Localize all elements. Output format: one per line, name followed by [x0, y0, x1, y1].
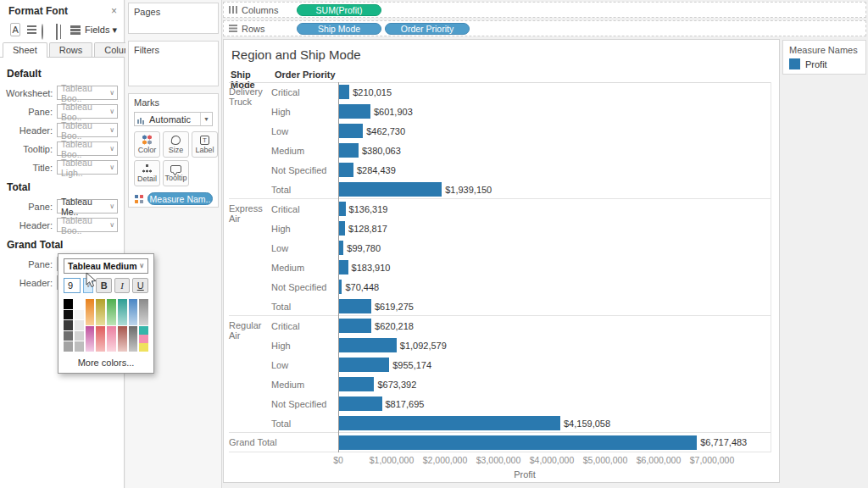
color-swatch[interactable] [86, 299, 95, 325]
close-icon[interactable]: × [111, 5, 117, 17]
color-swatch[interactable] [129, 326, 138, 352]
profit-bar[interactable] [338, 163, 353, 177]
color-swatch[interactable] [118, 326, 127, 352]
color-swatch[interactable] [64, 299, 73, 309]
grand-total-bar[interactable] [338, 435, 697, 450]
grand-total-label[interactable]: Grand Total [229, 437, 338, 447]
order-priority-label[interactable]: High [271, 341, 338, 351]
italic-button[interactable]: I [114, 278, 131, 293]
shading-icon[interactable] [42, 24, 43, 40]
color-swatch[interactable] [118, 299, 127, 325]
order-priority-label[interactable]: Low [271, 360, 338, 370]
font-family-select[interactable]: Tableau Medium ∨ [64, 258, 148, 274]
alignment-icon[interactable] [27, 25, 35, 35]
color-swatch[interactable] [75, 331, 84, 341]
underline-button[interactable]: U [132, 278, 148, 293]
font-format-button[interactable]: A [10, 23, 20, 36]
order-priority-label[interactable]: Medium [271, 263, 338, 273]
order-priority-label[interactable]: High [271, 224, 338, 234]
profit-bar[interactable] [338, 396, 382, 411]
color-swatch[interactable] [75, 299, 84, 309]
rows-pill[interactable]: Order Priority [385, 23, 470, 35]
fields-dropdown[interactable]: Fields ▾ [85, 25, 117, 36]
font-select[interactable]: Tableau Boo..∨ [57, 218, 118, 232]
color-swatch[interactable] [86, 326, 95, 352]
order-priority-label[interactable]: Low [271, 243, 338, 253]
order-priority-label[interactable]: Critical [271, 204, 338, 214]
rows-pill[interactable]: Ship Mode [297, 23, 381, 35]
color-swatch[interactable] [129, 299, 138, 325]
more-colors-link[interactable]: More colors... [64, 358, 148, 368]
profit-bar[interactable] [338, 104, 370, 119]
filters-shelf[interactable]: Filters [128, 41, 219, 86]
order-priority-label[interactable]: Total [271, 302, 338, 312]
color-swatch[interactable] [75, 341, 84, 352]
order-priority-label[interactable]: Medium [271, 146, 338, 156]
marks-button-detail[interactable]: Detail [134, 160, 160, 186]
color-swatch[interactable] [64, 310, 73, 320]
lines-icon[interactable] [70, 25, 78, 35]
bold-button[interactable]: B [96, 278, 112, 293]
color-swatch[interactable] [139, 299, 148, 325]
borders-icon[interactable] [56, 24, 58, 40]
tab-sheet[interactable]: Sheet [3, 42, 47, 58]
order-priority-label[interactable]: Not Specified [271, 399, 338, 409]
columns-pill[interactable]: SUM(Profit) [297, 4, 381, 16]
chevron-down-icon[interactable]: ▼ [200, 113, 212, 125]
color-swatch[interactable] [64, 331, 73, 341]
ship-mode-label[interactable]: Delivery Truck [229, 82, 271, 198]
font-size-input[interactable]: 9 [64, 278, 81, 293]
color-swatch[interactable] [139, 326, 148, 352]
color-swatch[interactable] [64, 320, 73, 330]
color-swatch[interactable] [64, 341, 73, 352]
font-select[interactable]: Tableau Boo..∨ [57, 86, 118, 100]
color-swatch[interactable] [96, 326, 105, 352]
profit-bar[interactable] [338, 124, 363, 138]
columns-shelf[interactable]: Columns SUM(Profit) [223, 2, 866, 18]
profit-bar[interactable] [338, 182, 442, 197]
order-priority-label[interactable]: Critical [271, 321, 338, 331]
profit-bar[interactable] [338, 85, 349, 99]
marks-button-tooltip[interactable]: Tooltip [163, 160, 189, 186]
order-priority-label[interactable]: Not Specified [271, 282, 338, 292]
order-priority-label[interactable]: Total [271, 419, 338, 429]
profit-bar[interactable] [338, 377, 374, 391]
profit-bar[interactable] [338, 358, 389, 372]
font-select[interactable]: Tableau Me..∨ [57, 199, 118, 214]
order-priority-label[interactable]: Critical [271, 87, 338, 97]
pages-shelf[interactable]: Pages [128, 3, 219, 34]
profit-bar[interactable] [338, 221, 345, 236]
ship-mode-label[interactable]: Express Air [229, 199, 271, 315]
profit-bar[interactable] [338, 260, 348, 274]
tab-rows[interactable]: Rows [49, 42, 93, 57]
x-axis[interactable]: $0$1,000,000$2,000,000$3,000,000$4,000,0… [229, 455, 771, 466]
color-swatch[interactable] [96, 299, 105, 325]
measure-names-pill[interactable]: Measure Nam.. [147, 192, 213, 205]
color-swatch[interactable] [107, 326, 116, 352]
font-select[interactable]: Tableau Ligh..∨ [57, 160, 118, 175]
profit-bar[interactable] [338, 143, 359, 158]
color-swatch[interactable] [107, 299, 116, 325]
ship-mode-label[interactable]: Regular Air [229, 316, 271, 432]
profit-bar[interactable] [338, 202, 346, 216]
font-select[interactable]: Tableau Boo..∨ [57, 123, 118, 137]
marks-button-label[interactable]: TLabel [192, 131, 218, 158]
marks-button-color[interactable]: Color [134, 131, 160, 158]
profit-bar[interactable] [338, 299, 371, 313]
order-priority-label[interactable]: Total [271, 185, 338, 195]
profit-bar[interactable] [338, 416, 560, 430]
color-swatch[interactable] [75, 320, 84, 330]
profit-bar[interactable] [338, 338, 397, 352]
font-select[interactable]: Tableau Boo..∨ [57, 141, 118, 156]
marks-button-size[interactable]: Size [163, 131, 189, 158]
profit-bar[interactable] [338, 319, 371, 333]
rows-shelf[interactable]: Rows Ship ModeOrder Priority [223, 20, 866, 36]
legend-item[interactable]: Profit [789, 58, 860, 69]
order-priority-label[interactable]: Not Specified [271, 165, 338, 175]
order-priority-label[interactable]: High [271, 107, 338, 117]
color-swatch[interactable] [75, 310, 84, 320]
order-priority-label[interactable]: Medium [271, 380, 338, 390]
order-priority-label[interactable]: Low [271, 126, 338, 136]
mark-type-dropdown[interactable]: Automatic ▼ [134, 112, 213, 126]
font-select[interactable]: Tableau Boo..∨ [57, 104, 118, 119]
